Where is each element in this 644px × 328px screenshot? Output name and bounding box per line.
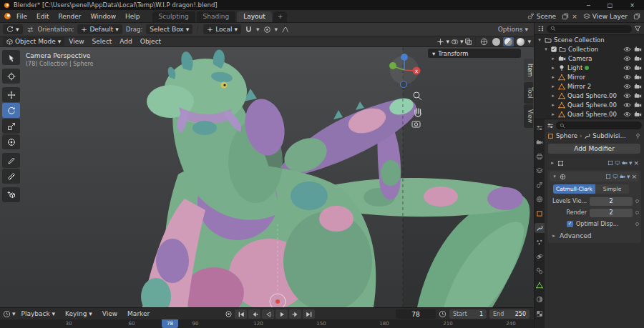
- hide-eye-icon[interactable]: [623, 65, 631, 71]
- edit-mode-toggle-icon[interactable]: [605, 174, 611, 179]
- render-visibility-icon[interactable]: [634, 56, 642, 61]
- tab-material[interactable]: [535, 294, 545, 304]
- add-workspace-button[interactable]: +: [273, 11, 288, 22]
- render-toggle-icon[interactable]: [620, 174, 625, 179]
- timeline-editor-icon[interactable]: [3, 310, 11, 318]
- outliner-row-light[interactable]: ▸ Light: [535, 63, 644, 72]
- hide-eye-icon[interactable]: [623, 74, 631, 80]
- render-visibility-icon[interactable]: [634, 102, 642, 108]
- tab-layout[interactable]: Layout: [237, 11, 272, 22]
- tab-render[interactable]: [535, 137, 545, 147]
- expander-icon[interactable]: ▸: [550, 84, 556, 89]
- shading-rendered-button[interactable]: [515, 37, 526, 46]
- hide-eye-icon[interactable]: [623, 56, 631, 61]
- menu-timeline-view[interactable]: View: [98, 309, 122, 319]
- tab-world[interactable]: [535, 194, 545, 204]
- menu-object[interactable]: Object: [137, 37, 165, 46]
- tab-texture[interactable]: [535, 309, 545, 319]
- unlink-scene-icon[interactable]: ×: [572, 13, 577, 20]
- new-view-layer-icon[interactable]: [633, 13, 640, 20]
- subdivision-modifier-header[interactable]: ▾ ▾ ×: [550, 172, 639, 182]
- editor-type-arrow[interactable]: ▾: [12, 310, 16, 317]
- timeline-ruler[interactable]: 30 60 90 120 150 180 210 240 78: [0, 319, 534, 328]
- tab-active-tool[interactable]: [535, 123, 545, 133]
- maximize-button[interactable]: □: [608, 2, 613, 9]
- tab-scene[interactable]: [535, 180, 545, 190]
- active-tool-dropdown[interactable]: ▾: [3, 24, 23, 34]
- next-keyframe-button[interactable]: [289, 309, 301, 319]
- playhead[interactable]: 78: [162, 319, 178, 328]
- minimize-button[interactable]: ─: [587, 2, 590, 9]
- modifier-delete-button[interactable]: ×: [631, 173, 637, 180]
- animate-dot[interactable]: [635, 199, 639, 203]
- optimal-display-checkbox[interactable]: ✓: [567, 221, 573, 227]
- overlays-dropdown-arrow[interactable]: ▾: [460, 38, 464, 45]
- render-toggle-icon[interactable]: [622, 161, 628, 165]
- snap-dropdown-arrow[interactable]: ▾: [256, 26, 260, 33]
- hide-eye-icon[interactable]: [623, 102, 631, 108]
- show-gizmo-icon[interactable]: [436, 38, 444, 46]
- render-visibility-icon[interactable]: [634, 46, 642, 52]
- gizmo-dropdown-arrow[interactable]: ▾: [446, 38, 449, 45]
- viewport-canvas[interactable]: X: [0, 47, 534, 307]
- tab-constraints[interactable]: [535, 266, 545, 276]
- tool-transform[interactable]: [2, 134, 20, 149]
- play-button[interactable]: [275, 309, 288, 319]
- collection-checkbox[interactable]: ✓: [551, 46, 557, 52]
- menu-edit[interactable]: Edit: [32, 11, 53, 21]
- hide-eye-icon[interactable]: [623, 84, 631, 89]
- modifier-collapsed-header[interactable]: ▸ ▾ ×: [547, 158, 641, 168]
- tool-select-box[interactable]: [2, 50, 20, 65]
- overlays-icon[interactable]: [451, 38, 459, 46]
- jump-to-start-button[interactable]: [235, 309, 247, 319]
- blender-menu-icon[interactable]: [4, 12, 11, 20]
- tool-measure[interactable]: [2, 169, 20, 184]
- use-preview-range-icon[interactable]: [439, 310, 447, 318]
- tab-shading[interactable]: Shading: [197, 11, 236, 22]
- shading-material-button[interactable]: [503, 37, 514, 46]
- end-frame-field[interactable]: End250: [489, 309, 530, 319]
- animate-dot[interactable]: [635, 211, 639, 214]
- tab-object[interactable]: [535, 209, 545, 219]
- menu-render[interactable]: Render: [54, 11, 86, 21]
- expander-icon[interactable]: ▾: [537, 37, 542, 43]
- menu-help[interactable]: Help: [121, 11, 145, 21]
- animate-dot[interactable]: [635, 222, 639, 226]
- tab-output[interactable]: [535, 151, 545, 161]
- catmull-clark-button[interactable]: Catmull-Clark: [553, 184, 595, 194]
- render-visibility-icon[interactable]: [634, 93, 642, 99]
- add-modifier-button[interactable]: Add Modifier: [548, 144, 640, 154]
- viewport-3d[interactable]: X: [0, 47, 534, 307]
- hide-eye-icon[interactable]: [623, 93, 631, 99]
- realtime-toggle-icon[interactable]: [613, 174, 618, 179]
- tool-scale[interactable]: [2, 119, 20, 134]
- render-value-field[interactable]: 2: [590, 209, 633, 217]
- proportional-editing-icon[interactable]: [263, 26, 271, 34]
- modifier-extras-arrow[interactable]: ▾: [629, 159, 633, 167]
- expander-icon[interactable]: ▸: [550, 160, 555, 166]
- view-layer-selector[interactable]: View Layer: [580, 12, 630, 21]
- shading-solid-button[interactable]: [491, 37, 502, 46]
- properties-search-input[interactable]: [556, 121, 642, 129]
- expander-icon[interactable]: ▾: [552, 174, 557, 179]
- mode-dropdown[interactable]: Object Mode ▾: [3, 37, 64, 46]
- tab-object-data[interactable]: [535, 280, 545, 290]
- outliner-search-input[interactable]: [547, 25, 632, 33]
- axis-negz-handle[interactable]: [401, 81, 407, 88]
- new-scene-icon[interactable]: [562, 13, 569, 20]
- sidebar-tab-view[interactable]: View: [524, 104, 533, 128]
- tool-rotate[interactable]: [2, 103, 20, 118]
- outliner-row-collection[interactable]: ▾ ✓ Collection: [535, 44, 644, 54]
- expander-icon[interactable]: ▸: [550, 56, 556, 61]
- transform-panel-header[interactable]: ▾ Transform: [428, 49, 521, 58]
- expander-icon[interactable]: ▸: [550, 93, 556, 99]
- edit-mode-toggle-icon[interactable]: [608, 160, 613, 166]
- close-button[interactable]: ×: [630, 2, 635, 9]
- proportional-dropdown-arrow[interactable]: ▾: [275, 26, 278, 33]
- advanced-expander[interactable]: ▸ Advanced: [550, 231, 639, 240]
- tab-modifiers[interactable]: [535, 223, 545, 233]
- tab-view-layer[interactable]: [535, 166, 545, 176]
- axis-z-handle[interactable]: [401, 54, 408, 61]
- transform-orientation-dropdown[interactable]: Local ▾: [203, 24, 241, 34]
- falloff-icon[interactable]: [281, 26, 289, 34]
